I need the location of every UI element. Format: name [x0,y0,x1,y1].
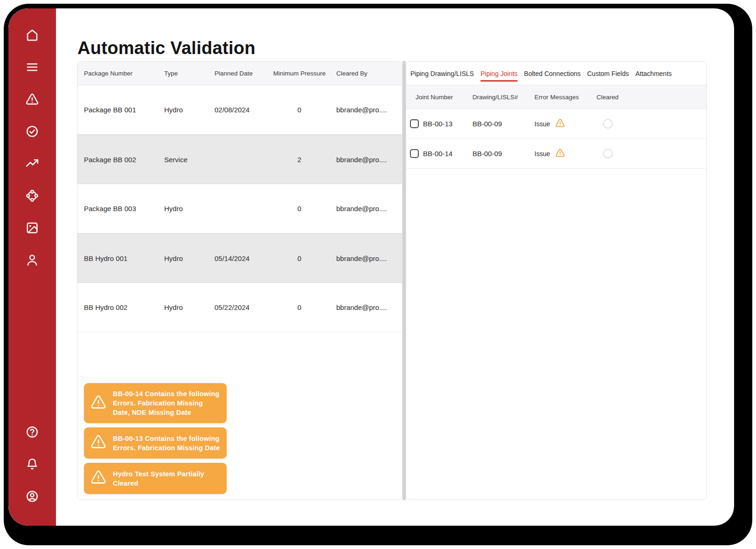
package-row[interactable]: Package BB 003 Hydro 0 bbrande@pro.... [77,184,402,233]
package-number-cell: Package BB 003 [84,205,164,213]
detail-panel: Piping Drawing/LISLS Piping Joints Bolte… [406,61,707,500]
tab-piping-drawing-lisls[interactable]: Piping Drawing/LISLS [407,63,477,83]
issue-warning-icon[interactable] [555,118,565,130]
app-window: Automatic Validation Package Number Type… [8,8,734,526]
help-icon [25,425,39,439]
planned-date-cell: 05/14/2024 [215,254,269,262]
sidebar-item-account[interactable] [22,489,42,503]
joint-row: BB-00-14 BB-00-09 Issue [406,139,707,169]
panel-divider-scrollbar[interactable] [402,61,406,500]
account-icon [25,489,39,503]
drawing-cell: BB-00-09 [472,120,534,128]
toast-message: BB-00-14 Contains the following Errors. … [113,389,220,417]
column-header-error-messages: Error Messages [534,94,596,101]
type-cell: Hydro [164,254,215,262]
package-row[interactable]: BB Hydro 001 Hydro 05/14/2024 0 bbrande@… [77,233,402,283]
sidebar-item-help[interactable] [22,425,42,439]
tab-bolted-connections[interactable]: Bolted Connections [521,63,584,83]
image-icon [25,221,39,235]
cleared-by-cell: bbrande@pro.... [330,106,402,114]
sidebar-item-workflow[interactable] [22,189,42,203]
sidebar-item-menu[interactable] [22,60,42,74]
tab-attachments[interactable]: Attachments [632,63,675,83]
packages-panel: Package Number Type Planned Date Minimum… [77,61,402,500]
warning-toast: BB-00-13 Contains the following Errors. … [84,427,227,459]
package-row[interactable]: BB Hydro 002 Hydro 05/22/2024 0 bbrande@… [77,283,402,332]
tab-piping-joints[interactable]: Piping Joints [477,63,520,83]
joint-row: BB-00-13 BB-00-09 Issue [406,109,707,139]
error-label: Issue [534,150,550,158]
toast-stack: BB-00-14 Contains the following Errors. … [84,383,227,494]
sidebar-item-images[interactable] [22,221,42,235]
toast-message: BB-00-13 Contains the following Errors. … [113,434,220,453]
package-number-cell: BB Hydro 001 [84,254,164,262]
sidebar-item-notifications[interactable] [22,457,42,471]
package-row[interactable]: Package BB 002 Service 2 bbrande@pro.... [77,135,402,184]
type-cell: Hydro [164,303,215,311]
sidebar-item-home[interactable] [22,28,42,42]
cleared-by-cell: bbrande@pro.... [330,205,402,213]
cleared-status-ring[interactable] [603,119,613,129]
cleared-by-cell: bbrande@pro.... [330,254,402,262]
sidebar [8,8,56,526]
minimum-pressure-cell: 0 [269,303,330,311]
package-row[interactable]: Package BB 001 Hydro 02/08/2024 0 bbrand… [77,85,402,135]
warning-toast: BB-00-14 Contains the following Errors. … [84,383,227,423]
minimum-pressure-cell: 2 [269,156,330,164]
minimum-pressure-cell: 0 [269,106,330,114]
packages-table-header: Package Number Type Planned Date Minimum… [77,62,402,85]
issue-warning-icon[interactable] [555,148,565,159]
cleared-by-cell: bbrande@pro.... [330,156,402,164]
warning-triangle-icon [90,394,107,413]
user-icon [25,253,39,267]
column-header-drawing-lisls: Drawing/LISLS# [472,94,534,101]
sidebar-item-reports[interactable] [22,157,42,171]
sidebar-item-approvals[interactable] [22,124,42,138]
toast-message: Hydro Test System Partially Cleared [113,469,220,488]
joint-row-checkbox[interactable] [410,149,419,158]
column-header-package-number: Package Number [84,70,164,77]
column-header-type: Type [164,70,215,77]
package-number-cell: Package BB 002 [84,156,164,164]
detail-tabs: Piping Drawing/LISLS Piping Joints Bolte… [406,62,707,85]
alert-triangle-icon [25,92,39,106]
warning-triangle-icon [90,469,107,488]
column-header-joint-number: Joint Number [416,94,472,101]
tab-custom-fields[interactable]: Custom Fields [584,63,632,83]
sidebar-item-users[interactable] [22,253,42,267]
cleared-status-ring[interactable] [603,149,613,158]
joint-number-cell: BB-00-14 [423,150,472,158]
cleared-by-cell: bbrande@pro.... [330,303,402,311]
bell-icon [25,457,39,471]
home-icon [25,28,39,42]
warning-triangle-icon [90,433,107,453]
type-cell: Service [164,156,215,164]
type-cell: Hydro [164,205,215,213]
workflow-icon [25,189,39,203]
column-header-cleared-by: Cleared By [330,70,402,77]
joint-row-checkbox[interactable] [410,119,419,128]
minimum-pressure-cell: 0 [269,254,330,262]
check-circle-icon [25,124,39,138]
sidebar-item-alerts[interactable] [22,92,42,106]
drawing-cell: BB-00-09 [472,150,534,158]
package-number-cell: BB Hydro 002 [84,303,164,311]
column-header-minimum-pressure: Minimum Pressure [269,70,330,77]
joint-number-cell: BB-00-13 [423,120,472,128]
planned-date-cell: 05/22/2024 [215,303,269,311]
column-header-cleared: Cleared [596,94,707,101]
joints-table-header: Joint Number Drawing/LISLS# Error Messag… [406,85,707,109]
trending-up-icon [25,157,39,171]
column-header-planned-date: Planned Date [215,70,269,77]
planned-date-cell: 02/08/2024 [215,106,269,114]
type-cell: Hydro [164,106,215,114]
menu-icon [25,60,39,74]
page-title: Automatic Validation [77,37,256,59]
error-label: Issue [534,120,550,128]
minimum-pressure-cell: 0 [269,205,330,213]
warning-toast: Hydro Test System Partially Cleared [84,463,227,494]
package-number-cell: Package BB 001 [84,106,164,114]
